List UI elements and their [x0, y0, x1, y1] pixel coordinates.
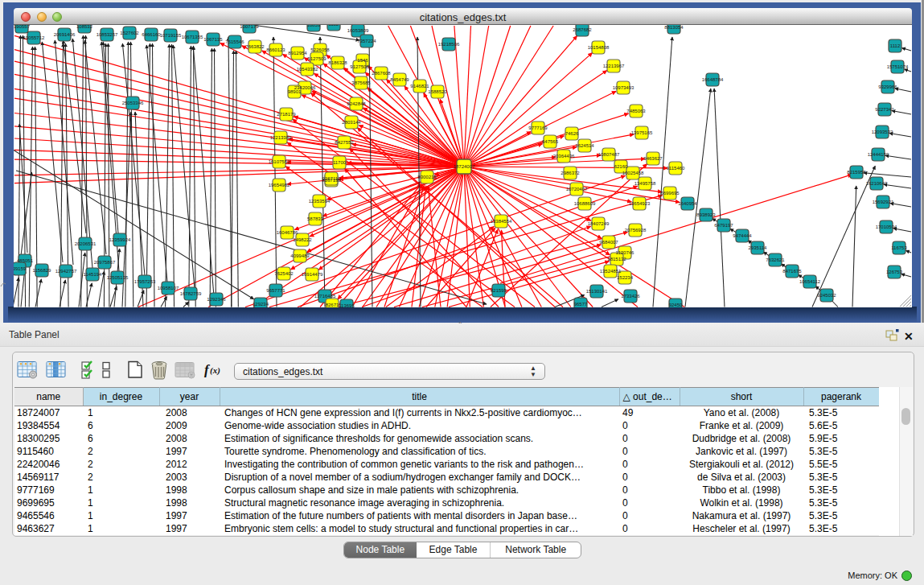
svg-text:10654112: 10654112 [799, 279, 821, 284]
svg-text:9684007: 9684007 [599, 240, 618, 245]
svg-text:10958107: 10958107 [158, 286, 179, 290]
svg-text:12942757: 12942757 [55, 269, 77, 274]
svg-text:18407249: 18407249 [588, 221, 610, 226]
svg-text:20975867: 20975867 [94, 260, 116, 265]
svg-text:25053346: 25053346 [122, 101, 144, 105]
svg-text:9657771: 9657771 [266, 288, 285, 293]
svg-text:10719155: 10719155 [160, 33, 182, 38]
svg-text:12353594: 12353594 [309, 199, 331, 204]
svg-text:8186328: 8186328 [328, 60, 347, 65]
svg-text:15751074: 15751074 [887, 64, 909, 69]
svg-text:82671: 82671 [326, 303, 339, 307]
svg-text:13524851: 13524851 [600, 269, 622, 274]
svg-text:10025458: 10025458 [622, 171, 644, 175]
svg-text:17010504: 17010504 [876, 225, 897, 229]
svg-text:16648784: 16648784 [702, 77, 724, 82]
svg-text:821595: 821595 [491, 288, 507, 293]
svg-text:7625402: 7625402 [274, 271, 294, 276]
svg-text:1624514: 1624514 [575, 143, 594, 148]
svg-text:12213389: 12213389 [270, 135, 292, 140]
svg-text:6466160: 6466160 [142, 32, 161, 37]
svg-text:1120746: 1120746 [616, 250, 635, 255]
svg-text:13384554: 13384554 [491, 219, 512, 224]
svg-text:1112: 1112 [890, 43, 901, 48]
svg-text:8660123: 8660123 [266, 47, 285, 52]
svg-text:2986372: 2986372 [561, 171, 580, 175]
svg-text:74626: 74626 [565, 131, 579, 136]
svg-text:190557: 190557 [14, 25, 31, 29]
svg-text:1640954: 1640954 [678, 201, 697, 206]
svg-text:485051: 485051 [17, 258, 34, 263]
svg-text:10154808: 10154808 [588, 45, 610, 50]
svg-text:2935114: 2935114 [749, 245, 768, 250]
svg-text:129234: 129234 [253, 302, 269, 307]
svg-text:12093532: 12093532 [872, 130, 893, 134]
svg-text:5226058: 5226058 [310, 47, 330, 52]
svg-text:20691406: 20691406 [54, 32, 76, 37]
svg-text:13654923: 13654923 [629, 201, 651, 206]
svg-text:9115460: 9115460 [667, 166, 686, 171]
svg-text:7485063: 7485063 [626, 109, 646, 113]
svg-text:16046786: 16046786 [277, 230, 298, 235]
svg-text:8215958: 8215958 [847, 170, 866, 175]
svg-text:10853: 10853 [307, 25, 321, 27]
svg-text:1588520: 1588520 [428, 89, 447, 94]
svg-text:8813054: 8813054 [664, 25, 684, 30]
svg-text:18724007: 18724007 [454, 164, 475, 169]
svg-text:13975165: 13975165 [631, 130, 653, 135]
svg-text:1145194: 1145194 [84, 272, 103, 277]
svg-text:9127509: 9127509 [307, 56, 326, 61]
svg-text:62160: 62160 [614, 164, 628, 169]
svg-text:16210643: 16210643 [866, 181, 888, 186]
svg-text:1815132: 1815132 [607, 257, 626, 262]
svg-text:9267110: 9267110 [322, 176, 342, 181]
svg-text:96577: 96577 [574, 302, 588, 307]
svg-text:10720407: 10720407 [566, 187, 588, 192]
svg-text:6699695: 6699695 [660, 191, 680, 196]
svg-text:9474444: 9474444 [733, 233, 752, 238]
svg-text:152234: 152234 [617, 275, 634, 280]
svg-text:98901: 98901 [288, 89, 302, 94]
svg-text:12213967: 12213967 [603, 64, 625, 68]
svg-text:16782759: 16782759 [180, 291, 202, 296]
svg-text:1152: 1152 [329, 25, 340, 27]
svg-text:8427552: 8427552 [335, 140, 354, 145]
svg-text:116753: 116753 [891, 245, 907, 250]
svg-text:2687682: 2687682 [573, 27, 592, 32]
svg-text:1498222: 1498222 [293, 237, 312, 242]
svg-text:587833: 587833 [307, 216, 324, 221]
svg-text:15130141: 15130141 [586, 289, 608, 294]
svg-text:113695: 113695 [339, 303, 355, 307]
svg-text:9329966: 9329966 [878, 84, 897, 89]
svg-text:6479197: 6479197 [714, 223, 733, 228]
svg-text:4099489: 4099489 [290, 253, 310, 258]
svg-text:13495758: 13495758 [634, 181, 656, 186]
svg-text:9245032: 9245032 [817, 293, 836, 298]
svg-text:10973493: 10973493 [613, 85, 634, 90]
svg-text:3875685: 3875685 [351, 80, 371, 85]
svg-text:2718179: 2718179 [277, 112, 296, 117]
svg-text:17957253: 17957253 [134, 279, 156, 284]
svg-text:647565: 647565 [542, 139, 559, 144]
svg-text:19218506: 19218506 [438, 42, 460, 47]
svg-text:92450: 92450 [669, 303, 683, 307]
svg-text:7357224: 7357224 [357, 39, 376, 43]
svg-text:2867608: 2867608 [372, 71, 391, 76]
svg-text:11700: 11700 [333, 160, 347, 165]
svg-text:8912954: 8912954 [288, 51, 307, 56]
svg-text:8300215: 8300215 [417, 175, 437, 179]
svg-text:12505135: 12505135 [107, 275, 129, 280]
svg-text:12444159: 12444159 [868, 152, 889, 157]
svg-text:10543382: 10543382 [297, 67, 318, 72]
svg-text:9146821: 9146821 [410, 84, 429, 89]
svg-text:9777169: 9777169 [528, 126, 548, 130]
svg-text:8454749: 8454749 [390, 77, 409, 82]
svg-text:1156829: 1156829 [33, 268, 52, 273]
svg-text:7663822: 7663822 [245, 44, 265, 49]
svg-text:10688609: 10688609 [574, 201, 596, 206]
svg-text:9227342: 9227342 [875, 107, 894, 112]
svg-text:20206531: 20206531 [75, 241, 97, 246]
svg-text:8938923: 8938923 [696, 212, 716, 217]
svg-text:7632621: 7632621 [766, 257, 785, 262]
svg-text:13716485: 13716485 [314, 294, 336, 299]
